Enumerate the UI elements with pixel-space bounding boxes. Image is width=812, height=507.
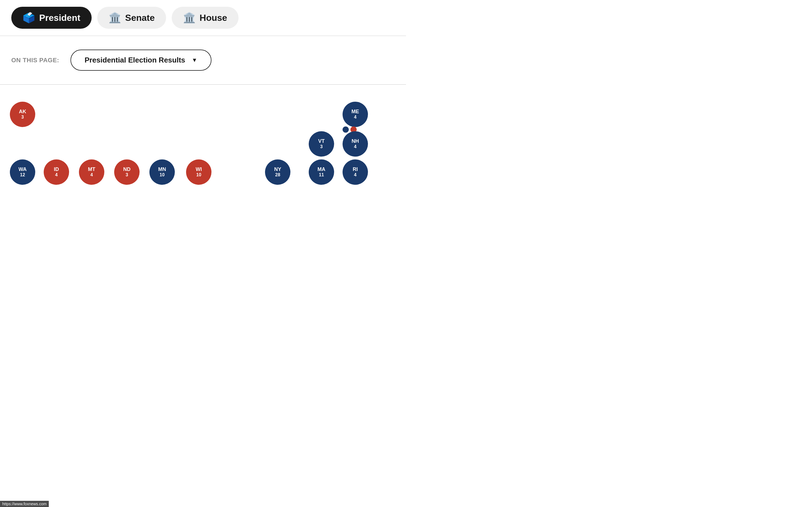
state-wi-num: 10 — [196, 172, 201, 177]
state-wi-abbr: WI — [196, 167, 202, 172]
state-nd[interactable]: ND 3 — [114, 159, 140, 185]
state-me-num: 4 — [354, 115, 357, 120]
state-ny[interactable]: NY 28 — [265, 159, 290, 185]
state-ma[interactable]: MA 11 — [309, 159, 334, 185]
state-nd-num: 3 — [126, 172, 128, 177]
state-wi[interactable]: WI 10 — [186, 159, 211, 185]
state-mt-abbr: MT — [88, 167, 95, 172]
on-this-page-label: ON THIS PAGE: — [11, 57, 59, 64]
state-wa-abbr: WA — [18, 167, 27, 172]
nav-house-label: House — [200, 13, 227, 23]
state-mt-num: 4 — [91, 172, 93, 177]
state-ak-num: 3 — [21, 115, 24, 120]
state-nh[interactable]: NH 4 — [343, 131, 368, 157]
state-mn[interactable]: MN 10 — [149, 159, 175, 185]
ballot-icon: 🗳️ — [22, 12, 35, 24]
state-ny-abbr: NY — [274, 167, 281, 172]
state-id-num: 4 — [55, 172, 58, 177]
nav-house-button[interactable]: 🏛️ House — [172, 7, 239, 29]
state-vt-num: 3 — [320, 144, 323, 149]
state-nh-num: 4 — [354, 144, 357, 149]
state-ri[interactable]: RI 4 — [343, 159, 368, 185]
electoral-map: AK 3 ME 4 VT 3 NH 4 WA 12 ID 4 MT 4 ND 3 — [0, 85, 406, 226]
state-ma-num: 11 — [319, 172, 324, 177]
nav-senate-button[interactable]: 🏛️ Senate — [97, 7, 166, 29]
state-id-abbr: ID — [54, 167, 59, 172]
state-mt[interactable]: MT 4 — [79, 159, 104, 185]
state-wa-num: 12 — [20, 172, 25, 177]
top-navigation: 🗳️ President 🏛️ Senate 🏛️ House — [0, 0, 406, 36]
state-me[interactable]: ME 4 — [343, 102, 368, 127]
state-ma-abbr: MA — [317, 167, 325, 172]
nav-president-label: President — [39, 13, 80, 23]
state-vt[interactable]: VT 3 — [309, 131, 334, 157]
page-dropdown[interactable]: Presidential Election Results ▼ — [70, 50, 211, 71]
capitol-senate-icon: 🏛️ — [109, 12, 121, 24]
on-this-page-section: ON THIS PAGE: Presidential Election Resu… — [0, 36, 406, 85]
state-id[interactable]: ID 4 — [44, 159, 69, 185]
dropdown-arrow-icon: ▼ — [192, 57, 197, 63]
me-dot-blue — [343, 126, 349, 133]
state-ak[interactable]: AK 3 — [10, 102, 35, 127]
state-wa[interactable]: WA 12 — [10, 159, 35, 185]
state-mn-num: 10 — [160, 172, 165, 177]
state-ri-abbr: RI — [353, 167, 358, 172]
dropdown-selected-text: Presidential Election Results — [85, 56, 185, 64]
state-ri-num: 4 — [354, 172, 357, 177]
state-me-abbr: ME — [352, 109, 359, 115]
state-nd-abbr: ND — [123, 167, 131, 172]
state-nh-abbr: NH — [352, 138, 359, 144]
state-vt-abbr: VT — [318, 138, 324, 144]
state-ak-abbr: AK — [19, 109, 26, 115]
capitol-house-icon: 🏛️ — [183, 12, 196, 24]
state-mn-abbr: MN — [158, 167, 166, 172]
state-ny-num: 28 — [275, 172, 280, 177]
nav-senate-label: Senate — [125, 13, 155, 23]
nav-president-button[interactable]: 🗳️ President — [11, 7, 92, 29]
